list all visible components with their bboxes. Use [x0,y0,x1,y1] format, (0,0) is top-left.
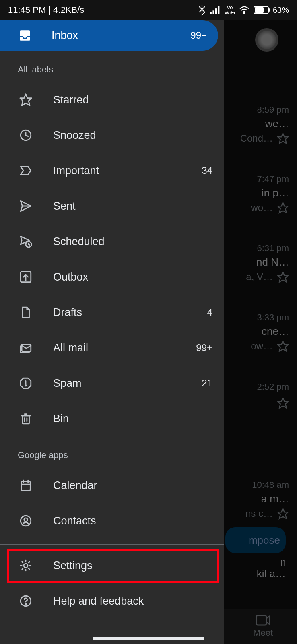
nav-item-important[interactable]: Important34 [0,153,224,188]
calendar-icon [18,477,34,493]
status-bar: 11:45 PM | 4.2KB/s Vo WiFi 63% [0,0,297,20]
nav-item-drafts[interactable]: Drafts4 [0,295,224,330]
nav-item-label: Inbox [52,29,190,42]
nav-item-snoozed[interactable]: Snoozed [0,118,224,153]
nav-item-spam[interactable]: Spam21 [0,365,224,401]
nav-drawer: Inbox 99+ All labels StarredSnoozedImpor… [0,20,224,644]
svg-rect-7 [269,8,270,12]
nav-item-label: Snoozed [53,129,212,142]
chevron-ds-icon [18,163,34,179]
nav-item-inbox[interactable]: Inbox 99+ [0,20,218,51]
nav-item-starred[interactable]: Starred [0,82,224,118]
nav-item-count: 34 [202,165,212,176]
gear-icon [18,557,34,574]
nav-item-scheduled[interactable]: Scheduled [0,224,224,259]
battery-pct: 63% [273,6,289,15]
nav-item-contacts[interactable]: Contacts [0,503,224,539]
home-indicator[interactable] [93,637,204,640]
nav-item-settings[interactable]: Settings [0,548,224,583]
nav-item-label: Contacts [53,515,212,527]
nav-item-outbox[interactable]: Outbox [0,259,224,295]
nav-item-label: Scheduled [53,235,212,248]
nav-item-all-mail[interactable]: All mail99+ [0,330,224,365]
nav-item-label: Starred [53,94,212,106]
file-icon [18,304,34,320]
nav-item-label: Spam [53,377,202,390]
help-icon [18,593,34,609]
svg-rect-23 [23,416,29,424]
svg-point-29 [25,603,26,604]
nav-item-label: Sent [53,200,212,213]
clock-icon [18,127,34,143]
nav-item-calendar[interactable]: Calendar [0,468,224,503]
svg-rect-24 [21,481,31,491]
battery-indicator: 63% [254,6,289,15]
nav-item-count: 99+ [190,30,207,41]
bluetooth-icon [198,4,206,16]
signal-icon [210,6,221,14]
nav-item-label: Important [53,165,202,177]
nav-item-label: All mail [53,342,196,354]
nav-item-count: 99+ [196,342,212,353]
svg-point-4 [244,12,245,14]
inbox-icon [18,28,32,43]
svg-point-26 [24,518,28,522]
star-icon [18,92,34,108]
octagon-alert-icon [18,375,34,391]
outbox-icon [18,269,34,285]
svg-rect-0 [210,12,212,14]
mail-all-icon [18,340,34,356]
status-time: 11:45 PM | 4.2KB/s [8,5,84,15]
svg-rect-1 [212,10,214,14]
send-clock-icon [18,233,34,250]
nav-item-label: Drafts [53,306,207,319]
divider [0,544,224,545]
contact-icon [18,513,34,529]
wifi-icon [239,6,250,14]
section-all-labels: All labels [0,51,224,82]
nav-item-count: 4 [207,307,212,318]
svg-rect-6 [255,7,264,13]
nav-item-count: 21 [202,378,212,389]
nav-item-label: Calendar [53,479,212,492]
nav-item-label: Bin [53,413,212,425]
nav-item-help-and-feedback[interactable]: Help and feedback [0,583,224,619]
nav-item-label: Outbox [53,271,212,283]
svg-rect-3 [218,6,219,14]
nav-item-sent[interactable]: Sent [0,188,224,224]
nav-item-label: Help and feedback [53,595,212,607]
svg-rect-15 [20,30,30,41]
section-google-apps: Google apps [0,436,224,468]
send-icon [18,198,34,214]
svg-marker-16 [20,94,31,105]
vowifi-label: Vo WiFi [225,5,235,15]
nav-item-label: Settings [53,559,212,572]
svg-rect-2 [215,8,217,14]
trash-icon [18,411,34,427]
svg-point-27 [24,564,28,568]
svg-point-22 [25,385,26,386]
nav-item-bin[interactable]: Bin [0,401,224,436]
